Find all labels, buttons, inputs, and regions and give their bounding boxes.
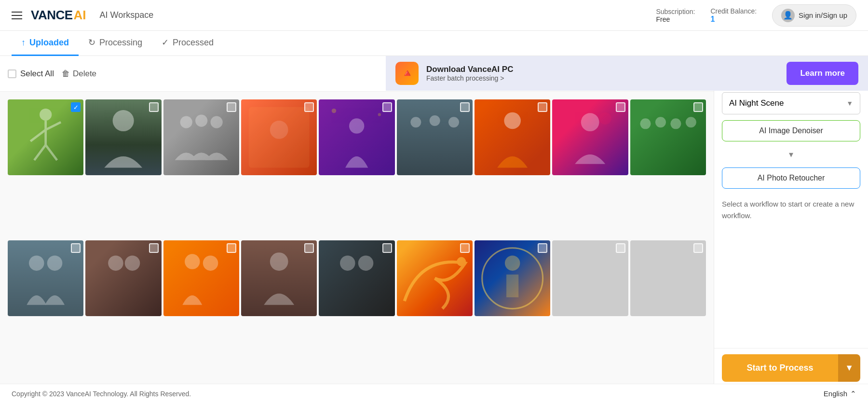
svg-point-17 — [448, 117, 459, 127]
image-cell[interactable] — [163, 99, 239, 175]
delete-label: Delete — [73, 69, 96, 79]
logo-vance-text: VANCE — [31, 8, 73, 23]
svg-line-5 — [46, 145, 57, 160]
tab-processing[interactable]: ↻ Processing — [79, 31, 152, 56]
image-checkbox[interactable] — [693, 102, 703, 112]
image-cell[interactable] — [397, 240, 473, 316]
svg-point-33 — [358, 255, 373, 270]
svg-point-20 — [599, 112, 611, 125]
tab-uploaded[interactable]: ↑ Uploaded — [12, 31, 79, 56]
svg-point-7 — [180, 116, 192, 128]
svg-point-31 — [270, 252, 288, 271]
header: VANCE AI AI Workspace Subscription: Free… — [0, 0, 868, 31]
image-cell[interactable] — [475, 99, 550, 175]
subscription-label: Subscription: — [656, 8, 695, 15]
feature-dropdown[interactable]: AI Night Scene ▼ — [722, 92, 860, 114]
svg-point-32 — [340, 255, 355, 270]
credit-value[interactable]: 1 — [710, 15, 715, 24]
delete-button[interactable]: 🗑 Delete — [62, 69, 96, 79]
select-all-wrap: Select All — [8, 69, 54, 79]
copyright-text: Copyright © 2023 VanceAI Technology. All… — [12, 390, 191, 398]
image-checkbox[interactable] — [382, 102, 392, 112]
image-cell[interactable] — [397, 99, 473, 175]
svg-point-22 — [655, 117, 666, 127]
processed-icon: ✓ — [162, 37, 169, 48]
subscription-info: Subscription: Free — [656, 8, 695, 23]
footer: Copyright © 2023 VanceAI Technology. All… — [0, 384, 868, 403]
left-panel: Select All 🗑 Delete ☰ ⊞ Upload Image ✓ 1… — [0, 56, 714, 403]
image-cell[interactable] — [630, 240, 706, 316]
image-cell[interactable] — [319, 99, 394, 175]
image-checkbox[interactable] — [149, 243, 159, 253]
image-checkbox[interactable] — [71, 243, 81, 253]
download-banner: 🔺 Download VanceAI PC Faster batch proce… — [386, 56, 868, 91]
image-checkbox[interactable] — [149, 102, 159, 112]
svg-point-12 — [349, 118, 364, 133]
image-cell[interactable] — [552, 240, 628, 316]
subscription-value: Free — [656, 15, 670, 23]
image-checkbox[interactable]: ✓ — [71, 102, 81, 112]
banner-subtitle[interactable]: Faster batch processing > — [426, 74, 787, 82]
image-cell[interactable] — [475, 240, 550, 316]
image-cell[interactable] — [8, 240, 83, 316]
svg-point-36 — [505, 255, 520, 270]
tab-processing-label: Processing — [99, 38, 142, 48]
chevron-down-icon: ▼ — [846, 99, 853, 107]
image-cell[interactable]: ✓ — [8, 99, 83, 175]
right-panel: Select a feature Workflow AI Night Scene… — [714, 56, 868, 403]
svg-point-6 — [113, 110, 134, 131]
main-layout: Select All 🗑 Delete ☰ ⊞ Upload Image ✓ 1… — [0, 56, 868, 403]
tab-processed[interactable]: ✓ Processed — [152, 31, 223, 56]
credit-info: Credit Balance: 1 — [710, 7, 757, 24]
svg-point-9 — [210, 116, 222, 128]
image-checkbox[interactable] — [382, 243, 392, 253]
sign-in-label: Sign in/Sign up — [799, 11, 847, 19]
image-cell[interactable] — [85, 240, 161, 316]
expand-icon[interactable]: ▾ — [722, 147, 860, 162]
workspace-title: AI Workspace — [100, 10, 154, 20]
learn-more-button[interactable]: Learn more — [787, 62, 858, 85]
start-process-dropdown-button[interactable]: ▼ — [838, 354, 860, 382]
svg-point-11 — [270, 121, 288, 139]
image-checkbox[interactable] — [538, 102, 547, 112]
svg-point-27 — [108, 255, 123, 270]
svg-line-2 — [30, 130, 45, 141]
svg-point-16 — [429, 115, 440, 126]
image-checkbox[interactable] — [304, 243, 314, 253]
select-all-checkbox[interactable] — [8, 69, 16, 78]
image-cell[interactable] — [241, 99, 317, 175]
feature-card-denoiser[interactable]: AI Image Denoiser — [722, 120, 860, 141]
image-cell[interactable] — [85, 99, 161, 175]
image-cell[interactable] — [630, 99, 706, 175]
image-checkbox[interactable] — [616, 243, 625, 253]
banner-icon: 🔺 — [395, 62, 419, 85]
image-checkbox[interactable] — [538, 243, 547, 253]
image-cell[interactable] — [163, 240, 239, 316]
tab-uploaded-label: Uploaded — [29, 38, 69, 48]
feature-section: AI Night Scene ▼ AI Image Denoiser ▾ AI … — [714, 84, 868, 348]
svg-point-34 — [457, 257, 466, 266]
logo-ai-text: AI — [74, 8, 86, 23]
image-checkbox[interactable] — [304, 102, 314, 112]
image-cell[interactable] — [241, 240, 317, 316]
feature-card-retoucher[interactable]: AI Photo Retoucher — [722, 167, 860, 189]
feature-card-denoiser-label: AI Image Denoiser — [759, 126, 823, 135]
svg-point-21 — [640, 118, 651, 129]
svg-point-19 — [581, 113, 599, 131]
workflow-hint: Select a workflow to start or create a n… — [722, 195, 860, 225]
hamburger-icon[interactable] — [12, 12, 22, 19]
language-selector[interactable]: English ⌃ — [824, 389, 856, 398]
image-checkbox[interactable] — [616, 102, 625, 112]
image-checkbox[interactable] — [227, 243, 236, 253]
image-checkbox[interactable] — [460, 102, 470, 112]
image-checkbox[interactable] — [693, 243, 703, 253]
image-checkbox[interactable] — [227, 102, 236, 112]
image-cell[interactable] — [319, 240, 394, 316]
image-checkbox[interactable] — [460, 243, 470, 253]
image-cell[interactable] — [552, 99, 628, 175]
svg-point-24 — [686, 117, 696, 127]
language-label: English — [824, 389, 847, 398]
sign-in-button[interactable]: 👤 Sign in/Sign up — [772, 4, 856, 27]
start-process-button[interactable]: Start to Process — [722, 354, 838, 382]
select-all-label[interactable]: Select All — [20, 69, 54, 79]
